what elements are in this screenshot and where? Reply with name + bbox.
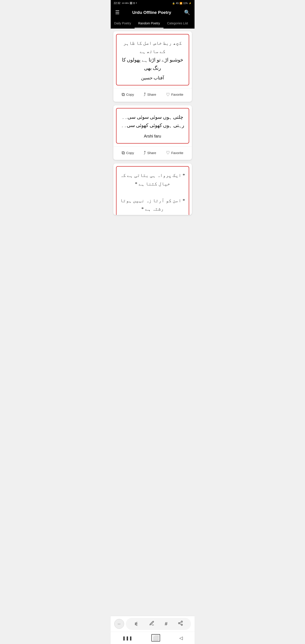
poetry-card-1: کچھ ربط خاص اصل کا ظاہر کے ساتھ ہے خوشبو… [113,31,192,102]
menu-button[interactable]: ☰ [114,9,120,16]
status-icon-b: B [133,2,135,4]
hashtag-icon: # [165,621,168,626]
menu-icon: ☰ [115,10,120,16]
status-icon-charging: ⚡ [189,2,192,4]
recent-apps-icon: ❚❚❚ [122,636,132,640]
poetry-border-box-1: کچھ ربط خاص اصل کا ظاہر کے ساتھ ہے خوشبو… [116,34,189,86]
favorite-label-1: Favorite [171,92,183,96]
bottom-btn-scroll[interactable] [132,620,141,628]
bottom-btn-hashtag[interactable]: # [163,620,169,628]
share-button-2[interactable]: ⤴ Share [141,149,158,157]
bottom-btn-edit[interactable] [147,620,156,628]
bottom-avatar: text [114,619,124,629]
search-button[interactable]: 🔍 [183,9,191,16]
status-right: 🔒 4G 📶 11% ⚡ [172,2,191,4]
tab-bar: Daily Poetry Random Poetry Categories Li… [111,19,194,28]
share-label-2: Share [147,151,156,155]
favorite-label-2: Favorite [171,151,183,155]
poetry-text-1: کچھ ربط خاص اصل کا ظاہر کے ساتھ ہے خوشبو… [120,39,185,72]
status-bar: 22:32 16 KB/s 🖼 B • 🔒 4G 📶 11% ⚡ [111,0,194,6]
tab-poets[interactable]: Poets [192,19,194,28]
search-icon: 🔍 [184,10,190,16]
bottom-actions-bar: # [126,618,191,630]
copy-label-2: Copy [126,151,134,155]
svg-point-0 [181,621,182,622]
status-battery: 11% [183,2,188,4]
status-icon-gallery: 🖼 [130,2,132,5]
poetry-border-box-3: * ایک پرواہ ہی بتاتی ہے کہ خیال کتنا ہے … [116,166,189,215]
share-icon-1: ⤴ [144,92,146,97]
poetry-card-3: * ایک پرواہ ہی بتاتی ہے کہ خیال کتنا ہے … [113,164,192,215]
status-left: 22:32 16 KB/s 🖼 B • [114,2,137,5]
poetry-author-1: آفتاب حسین [120,75,185,80]
status-icon-sim: 🔒 [172,2,175,4]
bottom-nav: text # [111,616,194,632]
app-bar: ☰ Urdu Offline Poetry 🔍 [111,6,194,19]
copy-icon-1: ⧉ [122,92,125,97]
svg-point-1 [178,622,180,624]
status-icon-4g: 4G [176,2,179,4]
copy-label-1: Copy [126,92,134,96]
tab-daily-poetry[interactable]: Daily Poetry [111,19,134,28]
home-icon: ⬜ [152,634,160,642]
poetry-card-2: چلتی ہوں سوئی سوئی سی۔۔ رہتی ہوں کھوئی ک… [113,105,192,160]
svg-line-4 [180,622,181,623]
svg-point-2 [181,624,182,626]
svg-line-3 [180,624,181,624]
system-nav: ❚❚❚ ⬜ ◁ [111,632,194,644]
share-button-1[interactable]: ⤴ Share [141,90,158,98]
tab-categories-list[interactable]: Categories List [164,19,192,28]
poetry-text-3: * ایک پرواہ ہی بتاتی ہے کہ خیال کتنا ہے … [120,171,185,213]
back-icon: ◁ [179,636,183,640]
copy-button-1[interactable]: ⧉ Copy [120,90,136,98]
content-area: کچھ ربط خاص اصل کا ظاہر کے ساتھ ہے خوشبو… [111,28,194,616]
app-title: Urdu Offline Poetry [132,10,171,15]
nav-home[interactable]: ⬜ [150,634,162,642]
heart-icon-2: ♡ [166,150,170,156]
status-icon-signal: 📶 [180,2,182,4]
card-actions-1: ⧉ Copy ⤴ Share ♡ Favorite [113,88,192,102]
share-icon-2: ⤴ [144,150,146,156]
status-icon-dot: • [136,2,136,5]
bottom-btn-share[interactable] [176,620,185,628]
poetry-border-box-2: چلتی ہوں سوئی سوئی سی۔۔ رہتی ہوں کھوئی ک… [116,108,189,144]
favorite-button-2[interactable]: ♡ Favorite [164,149,186,157]
nav-recent-apps[interactable]: ❚❚❚ [120,634,134,642]
favorite-button-1[interactable]: ♡ Favorite [164,90,186,98]
copy-icon-2: ⧉ [122,150,125,156]
poetry-author-2: Arshi faru [120,134,185,139]
copy-button-2[interactable]: ⧉ Copy [120,149,136,157]
poetry-partial-3: * ایک پرواہ ہی بتاتی ہے کہ خیال کتنا ہے … [113,164,192,215]
nav-back[interactable]: ◁ [178,634,184,642]
share-label-1: Share [147,92,156,96]
card-actions-2: ⧉ Copy ⤴ Share ♡ Favorite [113,146,192,160]
tab-random-poetry[interactable]: Random Poetry [134,19,164,28]
poetry-text-2: چلتی ہوں سوئی سوئی سی۔۔ رہتی ہوں کھوئی ک… [120,113,185,130]
status-time: 22:32 [114,2,120,5]
heart-icon-1: ♡ [166,92,170,97]
status-data-rate: 16 KB/s [122,2,129,4]
